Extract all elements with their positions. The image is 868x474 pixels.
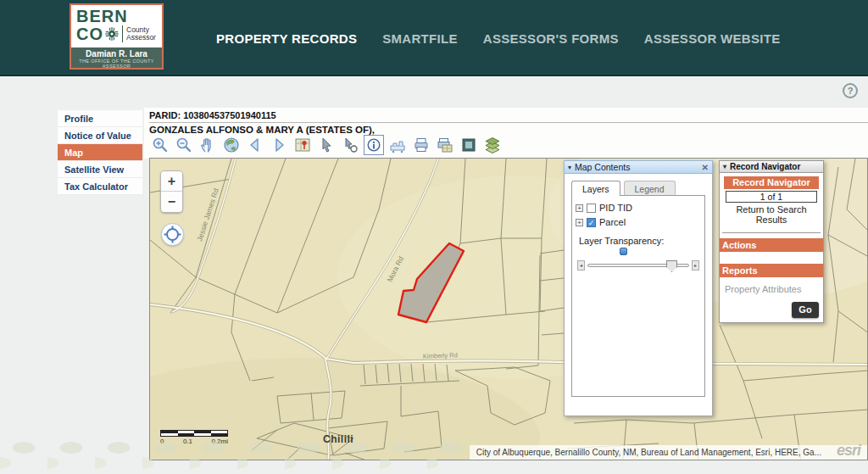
identify-cursor-icon[interactable]: [340, 135, 360, 155]
actions-bar[interactable]: Actions: [720, 238, 823, 252]
print-icon[interactable]: [411, 135, 431, 155]
pan-icon[interactable]: [198, 135, 218, 155]
slider-left-arrow[interactable]: ◂: [577, 260, 585, 270]
divider: [722, 232, 821, 233]
nav-assessor-website[interactable]: ASSESSOR WEBSITE: [644, 31, 781, 46]
logo-bern-text: BERN: [76, 8, 159, 25]
nav-smartfile[interactable]: SMARTFILE: [382, 31, 458, 46]
crosshair-icon: [164, 226, 181, 243]
owner-name: GONZALES ALFONSO & MARY A (ESTATES OF),: [149, 125, 375, 135]
sidebar-item-map[interactable]: Map: [58, 144, 142, 161]
scale-tick-01: 0.1: [183, 438, 192, 445]
collapse-caret-icon[interactable]: ▾: [723, 163, 726, 170]
map-contents-tabs: Layers Legend: [571, 181, 705, 196]
sidebar-item-notice-of-value[interactable]: Notice of Value: [58, 127, 142, 144]
sidebar-item-tax-calculator[interactable]: Tax Calculator: [58, 178, 142, 195]
layer-row-pidtid: + PID TID: [576, 203, 701, 213]
layer-label-pidtid: PID TID: [599, 203, 632, 213]
property-attributes-link[interactable]: Property Attributes: [725, 284, 823, 294]
map-zoom-control: + −: [160, 170, 183, 213]
next-extent-icon[interactable]: [269, 135, 289, 155]
close-icon[interactable]: ✕: [702, 163, 709, 172]
logo-bottom: Damian R. Lara THE OFFICE OF THE COUNTY …: [71, 47, 162, 68]
map-zoom-in-button[interactable]: +: [161, 171, 182, 192]
esri-logo: esri: [837, 442, 860, 460]
record-navigator-header[interactable]: ▾ Record Navigator: [719, 160, 824, 173]
identify-icon[interactable]: [364, 135, 384, 155]
select-arrow-icon[interactable]: [316, 135, 337, 155]
print-map-icon[interactable]: [435, 135, 455, 155]
layers-tab-content: + PID TID + ✓ Parcel Layer Transparency:…: [571, 195, 705, 397]
assessor-office: THE OFFICE OF THE COUNTY ASSESSOR: [71, 59, 162, 69]
measure-icon[interactable]: [387, 135, 408, 155]
map-attribution: City of Albuquerque, Bernalillo County, …: [470, 445, 867, 460]
zoom-in-icon[interactable]: [150, 135, 170, 155]
tab-legend[interactable]: Legend: [624, 181, 676, 196]
layer-label-parcel: Parcel: [599, 217, 626, 227]
parid-label: PARID: 103804537501940115: [149, 110, 276, 120]
full-extent-icon[interactable]: [221, 135, 242, 155]
scale-tick-02: 0.2mi: [211, 438, 228, 445]
slider-track[interactable]: [587, 264, 689, 267]
expand-icon[interactable]: +: [576, 219, 583, 226]
go-button[interactable]: Go: [792, 302, 819, 318]
app-header: BERN CO CountyAssessor Damian R. Lara TH…: [0, 0, 868, 76]
logo-subtitle: CountyAssessor: [126, 26, 156, 42]
locate-button[interactable]: [161, 223, 184, 246]
map-toolbar: [150, 135, 503, 155]
scale-tick-0: 0: [160, 438, 164, 445]
parcel-checkbox[interactable]: ✓: [587, 218, 596, 227]
transparency-slider: ◂ ▸: [577, 260, 699, 270]
sidebar-item-satellite-view[interactable]: Satellite View: [58, 161, 142, 178]
slider-thumb[interactable]: [666, 260, 677, 272]
collapse-caret-icon[interactable]: ▾: [568, 164, 571, 171]
pidtid-checkbox[interactable]: [587, 204, 596, 213]
map-contents-header[interactable]: ▾ Map Contents ✕: [564, 160, 713, 174]
zoom-out-icon[interactable]: [174, 135, 194, 155]
main-nav: PROPERTY RECORDS SMARTFILE ASSESSOR'S FO…: [216, 0, 780, 76]
layers-icon[interactable]: [482, 135, 503, 155]
layer-row-parcel: + ✓ Parcel: [576, 217, 701, 227]
transparency-label: Layer Transparency:: [579, 236, 701, 246]
sidebar-item-profile[interactable]: Profile: [58, 110, 142, 127]
record-navigator-title-bar: Record Navigator: [724, 176, 819, 189]
logo-co-text: CO: [76, 25, 103, 43]
full-screen-icon[interactable]: [459, 135, 479, 155]
map-viewport[interactable]: Jessie James Rd Mora Rd Kimberly Rd Chil…: [149, 158, 868, 460]
bernco-logo: BERN CO CountyAssessor Damian R. Lara TH…: [70, 3, 164, 70]
record-navigator-panel-title: Record Navigator: [730, 162, 800, 171]
help-icon[interactable]: ?: [843, 83, 858, 98]
nav-assessors-forms[interactable]: ASSESSOR'S FORMS: [483, 31, 619, 46]
map-contents-title: Map Contents: [575, 162, 630, 172]
return-to-search-link[interactable]: Return to Search Results: [720, 204, 823, 225]
expand-icon[interactable]: +: [576, 204, 583, 212]
map-contents-panel: ▾ Map Contents ✕ Layers Legend + PID TID…: [564, 160, 713, 416]
scale-bar: 0 0.1 0.2mi: [160, 430, 228, 445]
nav-property-records[interactable]: PROPERTY RECORDS: [216, 31, 357, 46]
record-navigator-panel: ▾ Record Navigator Record Navigator 1 of…: [719, 160, 824, 323]
slider-right-arrow[interactable]: ▸: [692, 260, 699, 270]
divider-line: [149, 122, 868, 123]
logo-top: BERN CO CountyAssessor: [71, 5, 162, 47]
assessor-name: Damian R. Lara: [71, 49, 162, 59]
zia-symbol-icon: [105, 27, 119, 41]
record-position: 1 of 1: [726, 191, 817, 203]
map-zoom-out-button[interactable]: −: [161, 192, 182, 212]
tab-layers[interactable]: Layers: [571, 181, 620, 196]
overview-map-icon[interactable]: [292, 135, 313, 155]
transparency-value-indicator: [620, 248, 627, 255]
reports-bar[interactable]: Reports: [720, 264, 823, 277]
previous-extent-icon[interactable]: [245, 135, 265, 155]
sidebar: Profile Notice of Value Map Satellite Vi…: [58, 110, 142, 195]
